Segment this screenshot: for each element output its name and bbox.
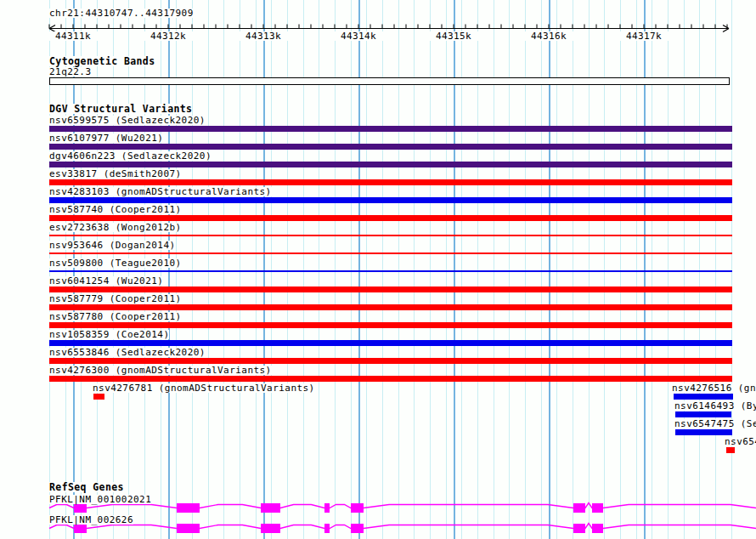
exon-box[interactable] (177, 503, 200, 513)
variant-feature-bar[interactable] (675, 429, 732, 435)
gene-label: PFKL|NM_002626 (49, 515, 133, 525)
ruler-tick-label: 44315k (426, 31, 481, 41)
track-title-dgv-structural-variants: DGV Structural Variants (49, 104, 192, 114)
ruler-tick-label: 44316k (522, 31, 576, 41)
ruler-tick-label: 44312k (141, 31, 195, 41)
variant-label: nsv654 (725, 437, 756, 446)
track-title-cytogenetic-bands: Cytogenetic Bands (49, 56, 155, 66)
exon-box[interactable] (324, 503, 330, 513)
genome-browser-view: chr21:44310747..44317909 Cytogenetic Ban… (0, 0, 756, 539)
variant-label: nsv4276516 (gnom (672, 383, 756, 393)
variant-feature-bar[interactable] (49, 270, 732, 272)
variant-feature-bar[interactable] (49, 252, 732, 254)
variant-label: nsv953646 (Dogan2014) (49, 241, 176, 250)
variant-feature-bar[interactable] (49, 235, 732, 236)
variant-feature-bar[interactable] (675, 411, 731, 417)
variant-label: esv33817 (deSmith2007) (49, 169, 182, 179)
variant-label: esv2723638 (Wong2012b) (49, 223, 182, 232)
variant-feature-bar[interactable] (49, 126, 732, 132)
exon-box[interactable] (351, 524, 364, 533)
variant-label: nsv4276781 (gnomADStructuralVariants) (93, 383, 315, 393)
cytoband-label: 21q22.3 (49, 67, 92, 77)
grid-minor-line (731, 0, 732, 539)
exon-box[interactable] (324, 524, 330, 533)
exon-box[interactable] (592, 503, 603, 513)
variant-label: nsv587740 (Cooper2011) (49, 205, 182, 214)
variant-feature-bar[interactable] (49, 197, 732, 203)
variant-label: nsv6107977 (Wu2021) (49, 133, 163, 143)
variant-label: nsv587779 (Cooper2011) (49, 294, 182, 304)
variant-feature-bar[interactable] (93, 394, 104, 400)
variant-label: nsv6146493 (Byrs (674, 401, 756, 411)
variant-label: nsv509800 (Teague2010) (49, 258, 182, 268)
variant-label: nsv4283103 (gnomADStructuralVariants) (49, 187, 272, 196)
cytoband-glyph[interactable] (49, 77, 730, 85)
variant-feature-bar[interactable] (49, 322, 732, 328)
variant-feature-bar[interactable] (49, 287, 732, 292)
exon-box[interactable] (592, 524, 603, 533)
exon-box[interactable] (261, 524, 280, 533)
exon-box[interactable] (351, 503, 364, 513)
ruler-tick-label: 44314k (331, 31, 386, 41)
variant-feature-bar[interactable] (674, 394, 733, 400)
gene-label: PFKL|NM_001002021 (49, 495, 151, 504)
variant-label: nsv6553846 (Sedlazeck2020) (49, 348, 206, 357)
ruler-tick-label: 44317k (617, 31, 671, 41)
variant-label: nsv6041254 (Wu2021) (49, 276, 163, 286)
variant-label: nsv6547475 (Sedl (674, 419, 756, 428)
variant-feature-bar[interactable] (726, 447, 735, 453)
variant-feature-bar[interactable] (49, 340, 732, 346)
variant-feature-bar[interactable] (49, 358, 732, 364)
variant-feature-bar[interactable] (49, 179, 732, 185)
variant-feature-bar[interactable] (49, 376, 732, 382)
variant-label: nsv6599575 (Sedlazeck2020) (49, 116, 206, 125)
region-position-label: chr21:44310747..44317909 (49, 9, 194, 18)
exon-box[interactable] (177, 524, 200, 533)
exon-box[interactable] (261, 503, 280, 513)
ruler-tick-label: 44311k (46, 31, 100, 41)
variant-label: dgv4606n223 (Sedlazeck2020) (49, 151, 212, 161)
exon-box[interactable] (573, 524, 585, 533)
variant-label: nsv1058359 (Coe2014) (49, 330, 169, 339)
exon-box[interactable] (573, 503, 585, 513)
variant-feature-bar[interactable] (49, 162, 732, 167)
intron-line (49, 524, 756, 529)
ruler-tick-label: 44313k (236, 31, 291, 41)
variant-feature-bar[interactable] (49, 144, 732, 150)
variant-feature-bar[interactable] (49, 304, 732, 310)
intron-line (49, 503, 756, 508)
variant-feature-bar[interactable] (49, 215, 732, 221)
track-title-refseq-genes: RefSeq Genes (49, 482, 124, 492)
variant-label: nsv4276300 (gnomADStructuralVariants) (49, 366, 272, 375)
variant-label: nsv587780 (Cooper2011) (49, 312, 182, 321)
